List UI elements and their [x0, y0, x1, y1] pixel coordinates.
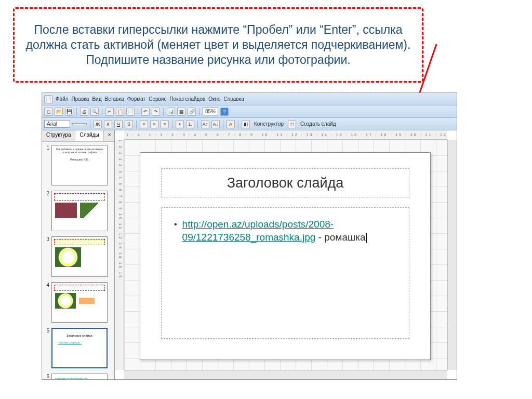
menu-file[interactable]: Файл	[56, 96, 69, 102]
thumbnails-list: 1 Как добавить в презентацию активную сс…	[42, 142, 114, 379]
separator	[138, 108, 138, 116]
designer-button[interactable]: Конструктор	[252, 121, 286, 127]
menu-help[interactable]: Справка	[224, 96, 244, 102]
menu-tools[interactable]: Сервис	[149, 96, 166, 102]
menu-edit[interactable]: Правка	[72, 96, 89, 102]
work-area: Структура Слайды × 1 Как добавить в през…	[42, 130, 457, 379]
zoom-dropdown[interactable]: 85%	[203, 108, 218, 115]
text-cursor	[366, 233, 367, 243]
thumb-number: 4	[44, 282, 51, 288]
menu-slideshow[interactable]: Показ слайдов	[169, 96, 205, 102]
slides-panel: Структура Слайды × 1 Как добавить в през…	[42, 130, 115, 379]
standard-toolbar: ◻ 📂 💾 🖨 🔍 ✂ 📋 📄 ↶ ↷ 📊 ▦ 🔗 85% ?	[42, 105, 457, 118]
hyperlink-icon[interactable]: 🔗	[188, 108, 196, 116]
separator	[90, 120, 90, 128]
thumb-number: 5	[44, 328, 51, 334]
thumb-6[interactable]: 6 • http://open.az/uploads/posts/2008-09…	[44, 374, 112, 379]
separator	[136, 120, 137, 128]
slide-thumbnail[interactable]	[51, 236, 108, 277]
slide-thumbnail[interactable]: Как добавить в презентацию активную ссыл…	[51, 145, 108, 185]
ruler-marks: 1 2 1 1 2 3 4 5 6 7 8 9 10 11 12 13 14 1…	[116, 140, 122, 279]
undo-icon[interactable]: ↶	[141, 108, 150, 116]
separator	[172, 120, 172, 128]
thumb-number: 2	[44, 191, 51, 196]
redo-icon[interactable]: ↷	[152, 108, 160, 116]
vertical-scrollbar[interactable]	[447, 140, 457, 370]
numbering-icon[interactable]: 1.	[186, 120, 194, 128]
current-slide[interactable]: Заголовок слайда • http://open.az/upload…	[140, 152, 431, 360]
tab-structure[interactable]: Структура	[42, 130, 75, 141]
thumb-number: 3	[44, 236, 51, 242]
tab-slides[interactable]: Слайды	[75, 130, 103, 141]
slide-thumbnail[interactable]	[51, 282, 108, 323]
thumb-4[interactable]: 4	[44, 282, 112, 323]
horizontal-ruler: 1 · 2 · 1 · 1 · 2 · 3 · 4 · 5 · 6 · 7 · …	[124, 130, 447, 140]
presentation-app-window: 📄 Файл Правка Вид Вставка Формат Сервис …	[42, 92, 457, 380]
file-icon[interactable]: 📄	[44, 95, 52, 103]
shadow-icon[interactable]: S	[125, 120, 133, 128]
menu-window[interactable]: Окно	[208, 96, 220, 102]
new-icon[interactable]: ◻	[44, 108, 52, 116]
panel-tabs: Структура Слайды ×	[42, 130, 114, 142]
separator	[199, 108, 200, 116]
italic-icon[interactable]: К	[104, 120, 112, 128]
separator	[197, 120, 198, 128]
thumb-1[interactable]: 1 Как добавить в презентацию активную сс…	[44, 145, 112, 185]
ruler-marks: 1 · 2 · 1 · 1 · 2 · 3 · 4 · 5 · 6 · 7 · …	[124, 133, 447, 137]
slide-content-placeholder[interactable]: • http://open.az/uploads/posts/2008-09/1…	[161, 207, 409, 339]
chart-icon[interactable]: 📊	[167, 108, 175, 116]
design-icon[interactable]: ◧	[242, 120, 250, 128]
horizontal-scrollbar[interactable]	[124, 370, 447, 379]
align-right-icon[interactable]: ≡	[161, 120, 169, 128]
preview-icon[interactable]: 🔍	[90, 108, 99, 116]
menu-view[interactable]: Вид	[92, 96, 101, 102]
instruction-callout: После вставки гиперссылки нажмите “Пробе…	[13, 7, 423, 83]
slide-thumbnail[interactable]	[51, 191, 108, 231]
copy-icon[interactable]: 📋	[116, 108, 124, 116]
hyperlink-text[interactable]: http://open.az/uploads/posts/2008-09/122…	[182, 219, 334, 243]
print-icon[interactable]: 🖨	[80, 108, 88, 116]
new-slide-button[interactable]: Создать слайд	[298, 121, 338, 127]
slide-thumbnail-selected[interactable]: Заголовок слайда • http://open.az/upload…	[51, 328, 108, 368]
underline-icon[interactable]: Ч	[114, 120, 123, 128]
thumb-2[interactable]: 2	[44, 191, 112, 231]
open-icon[interactable]: 📂	[55, 108, 63, 116]
menu-insert[interactable]: Вставка	[104, 96, 124, 102]
help-icon[interactable]: ?	[220, 108, 229, 116]
increase-font-icon[interactable]: A↑	[201, 120, 209, 128]
slide-editor: 1 · 2 · 1 · 1 · 2 · 3 · 4 · 5 · 6 · 7 · …	[115, 130, 457, 379]
font-size-dropdown[interactable]	[72, 123, 87, 125]
slide-canvas[interactable]: Заголовок слайда • http://open.az/upload…	[124, 140, 447, 370]
save-icon[interactable]: 💾	[65, 108, 73, 116]
thumb-3[interactable]: 3	[44, 236, 112, 277]
separator	[76, 108, 77, 116]
table-icon[interactable]: ▦	[177, 108, 185, 116]
separator	[163, 108, 164, 116]
bold-icon[interactable]: Ж	[94, 120, 102, 128]
font-color-icon[interactable]: A	[227, 120, 235, 128]
separator	[238, 120, 238, 128]
slide-title-placeholder[interactable]: Заголовок слайда	[161, 168, 409, 197]
align-left-icon[interactable]: ≡	[140, 120, 148, 128]
thumb-5[interactable]: 5 Заголовок слайда • http://open.az/uplo…	[44, 328, 112, 368]
separator	[223, 120, 223, 128]
new-slide-icon[interactable]: ◻	[288, 120, 296, 128]
bullets-icon[interactable]: •	[176, 120, 184, 128]
instruction-text: После вставки гиперссылки нажмите “Пробе…	[25, 22, 411, 67]
menu-bar: 📄 Файл Правка Вид Вставка Формат Сервис …	[42, 93, 457, 105]
slide-thumbnail[interactable]: • http://open.az/uploads/posts/2008-09/1…	[51, 374, 108, 379]
slide-text-line[interactable]: http://open.az/uploads/posts/2008-09/122…	[182, 218, 396, 244]
font-name-dropdown[interactable]: Arial	[44, 120, 70, 128]
bullet-marker: •	[174, 220, 177, 229]
align-center-icon[interactable]: ≡	[150, 120, 158, 128]
vertical-ruler: 1 2 1 1 2 3 4 5 6 7 8 9 10 11 12 13 14 1…	[115, 140, 124, 370]
thumb-number: 1	[44, 145, 51, 151]
tab-close[interactable]: ×	[104, 130, 115, 141]
menu-format[interactable]: Формат	[127, 96, 146, 102]
decrease-font-icon[interactable]: A↓	[211, 120, 220, 128]
separator	[102, 108, 102, 116]
slide-title-text: Заголовок слайда	[227, 175, 344, 191]
paste-icon[interactable]: 📄	[126, 108, 135, 116]
formatting-toolbar: Arial Ж К Ч S ≡ ≡ ≡ • 1. A↑ A↓ A ◧ Конст…	[42, 118, 457, 130]
cut-icon[interactable]: ✂	[105, 108, 114, 116]
